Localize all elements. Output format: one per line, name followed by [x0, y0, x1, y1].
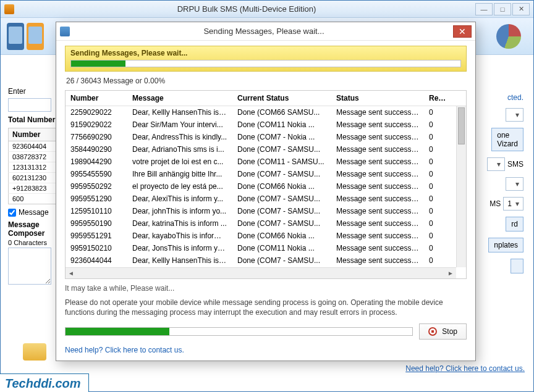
table-body: 2259029022Dear, Kellly HansenThis is i..…	[66, 106, 466, 278]
col-number[interactable]: Number	[66, 91, 127, 106]
number-column-header: Number	[8, 128, 57, 141]
table-row[interactable]: 9959150210Dear, JonsThis is inform yo...…	[66, 242, 466, 254]
phone-icon	[7, 23, 24, 50]
bottom-progress-fill	[66, 328, 169, 335]
bg-number-cell[interactable]: 923604404	[8, 141, 57, 152]
connected-fragment: cted.	[507, 93, 523, 102]
message-composer-label: Message Composer	[8, 220, 57, 238]
table-row[interactable]: 9159029022Dear Sir/Mam Your intervi...Do…	[66, 119, 466, 131]
banner-title: Sending Messages, Please wait...	[70, 49, 461, 57]
banner-progress-bar	[70, 60, 461, 67]
message-checkbox[interactable]	[8, 209, 16, 217]
pie-chart-icon	[496, 24, 521, 49]
main-titlebar: DRPU Bulk SMS (Multi-Device Edition) — □…	[1, 1, 533, 18]
templates-button-fragment[interactable]: nplates	[488, 238, 523, 252]
main-window-title: DRPU Bulk SMS (Multi-Device Edition)	[19, 4, 474, 14]
message-checkbox-label: Message	[19, 208, 49, 217]
table-row[interactable]: 3584490290Dear, AdrianoThis sms is i...D…	[66, 143, 466, 156]
minimize-button[interactable]: —	[475, 3, 493, 15]
stop-button[interactable]: Stop	[419, 323, 467, 340]
col-retry[interactable]: Retry	[424, 91, 452, 106]
rd-button-fragment[interactable]: rd	[506, 217, 523, 231]
horizontal-scrollbar[interactable]: ◄►	[66, 267, 456, 278]
app-icon	[4, 4, 14, 14]
dropdown-fragment-1[interactable]	[506, 108, 523, 122]
ms-count-select[interactable]: 1	[503, 197, 523, 211]
table-header: Number Message Current Status Status Ret…	[66, 91, 466, 106]
help-avatar-icon[interactable]	[23, 343, 46, 361]
table-row[interactable]: 1259510110Dear, johnThis is inform yo...…	[66, 205, 466, 217]
ms-fragment: MS	[490, 199, 501, 208]
bg-number-cell[interactable]: 038728372	[8, 152, 57, 162]
close-button-main[interactable]: ✕	[512, 3, 530, 15]
table-row[interactable]: 9959551290Dear, AlexiThis is inform y...…	[66, 193, 466, 205]
enter-label: Enter	[8, 87, 57, 96]
extra-button-fragment[interactable]	[511, 259, 523, 273]
bg-number-cell[interactable]: +91283823	[8, 183, 57, 194]
stop-button-label: Stop	[442, 327, 457, 336]
watermark: Techddi.com	[0, 373, 89, 392]
left-panel: Enter Total Number Number 92360440403872…	[8, 87, 57, 286]
col-message[interactable]: Message	[127, 91, 232, 106]
scrollbar-thumb[interactable]	[458, 107, 465, 144]
bg-number-cell[interactable]: 602131230	[8, 173, 57, 183]
dialog-close-button[interactable]: ✕	[453, 25, 472, 38]
scroll-right-arrow[interactable]: ►	[447, 270, 454, 277]
table-row[interactable]: 2259029022Dear, Kellly HansenThis is i..…	[66, 106, 466, 119]
dialog-help-link[interactable]: Need help? Click here to contact us.	[65, 346, 467, 354]
dropdown-fragment-2[interactable]	[487, 157, 505, 171]
scroll-left-arrow[interactable]: ◄	[68, 270, 74, 277]
maximize-button[interactable]: □	[494, 3, 511, 15]
right-panel-fragments: cted. oneVizard SMS MS 1 rd nplates	[487, 93, 523, 273]
message-table: Number Message Current Status Status Ret…	[65, 90, 467, 279]
stop-icon	[428, 327, 437, 336]
dialog-title: Sending Messages, Please wait...	[75, 27, 453, 36]
table-row[interactable]: 9955455590Ihre Bill anhängig bitte Ihr..…	[66, 168, 466, 180]
enter-input[interactable]	[8, 98, 51, 112]
phone-wizard-button-fragment[interactable]: oneVizard	[491, 128, 523, 151]
total-number-label: Total Number	[8, 115, 57, 124]
dialog-titlebar: Sending Messages, Please wait... ✕	[56, 22, 475, 41]
bg-number-cell[interactable]: 600	[8, 194, 57, 204]
dialog-body: Sending Messages, Please wait... 26 / 36…	[56, 41, 475, 361]
table-row[interactable]: 9959550190Dear, katrinaThis is inform ..…	[66, 217, 466, 230]
message-composer-input[interactable]	[8, 248, 51, 285]
banner-progress-fill	[71, 60, 125, 67]
table-row[interactable]: 9959551291Dear, kayaboThis is inform ...…	[66, 230, 466, 242]
background-number-list: 923604404038728372123131312602131230+912…	[8, 141, 57, 204]
warning-text: Please do not operate your mobile device…	[65, 298, 467, 317]
table-row[interactable]: 7756690290Dear, AndressThis is kindly...…	[66, 131, 466, 143]
col-current-status[interactable]: Current Status	[232, 91, 331, 106]
sending-messages-dialog: Sending Messages, Please wait... ✕ Sendi…	[56, 22, 476, 361]
status-banner: Sending Messages, Please wait...	[65, 46, 467, 72]
bottom-row: Stop	[65, 323, 467, 340]
dialog-app-icon	[60, 27, 70, 36]
phone-icon-2	[27, 23, 44, 50]
col-status[interactable]: Status	[331, 91, 424, 106]
bottom-progress-bar	[65, 327, 413, 336]
footer-help-link[interactable]: Need help? Click here to contact us.	[405, 364, 525, 373]
table-row[interactable]: 9959550292el proyecto de ley está pe...D…	[66, 180, 466, 193]
table-row[interactable]: 1989044290votre projet de loi est en c..…	[66, 156, 466, 168]
table-row[interactable]: 9236044044Dear, Kellly HansenThis is i..…	[66, 254, 466, 267]
dropdown-fragment-3[interactable]	[506, 177, 523, 191]
characters-count-label: 0 Characters	[8, 239, 57, 246]
wait-text: It may take a while, Please wait...	[65, 284, 467, 293]
sms-fragment: SMS	[507, 160, 523, 169]
bg-number-cell[interactable]: 123131312	[8, 162, 57, 173]
progress-text: 26 / 36043 Message or 0.00%	[66, 77, 465, 85]
vertical-scrollbar[interactable]	[456, 106, 466, 267]
